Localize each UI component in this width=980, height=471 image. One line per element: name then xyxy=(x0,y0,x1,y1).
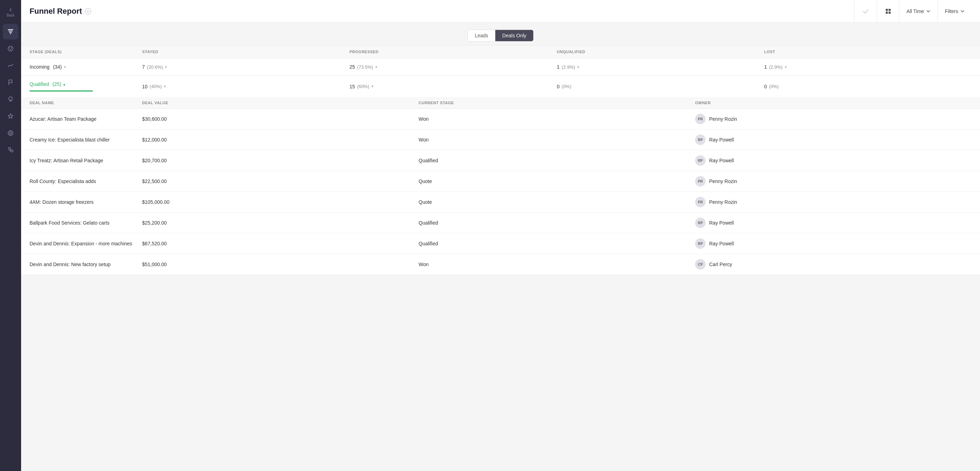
deal-stage-cell: Qualified xyxy=(418,158,695,163)
chevron-down-icon-lost[interactable]: ▾ xyxy=(785,65,787,69)
deal-name-cell: Icy Treatz: Artisan Retail Package xyxy=(30,158,142,163)
svg-point-0 xyxy=(8,46,13,51)
table-row[interactable]: Creamy Ice: Especialista blast chiller $… xyxy=(21,129,980,150)
svg-rect-8 xyxy=(889,9,891,11)
report-table: Stage (Deals) Stayed Progressed Unqualif… xyxy=(21,45,980,275)
chevron-down-icon-stayed[interactable]: ▾ xyxy=(165,65,167,69)
content-area: Leads Deals Only Stage (Deals) Stayed Pr… xyxy=(21,22,980,471)
deal-value-cell: $25,200.00 xyxy=(142,220,418,226)
deal-value-cell: $67,520.00 xyxy=(142,241,418,246)
svg-rect-10 xyxy=(889,12,891,14)
sidebar-item-palette[interactable] xyxy=(3,41,18,56)
deal-stage-cell: Won xyxy=(418,116,695,122)
toggle-bar: Leads Deals Only xyxy=(21,22,980,45)
deal-owner-cell: RP Ray Powell xyxy=(695,238,972,249)
table-row[interactable]: 4AM: Dozen storage freezers $105,000.00 … xyxy=(21,192,980,212)
incoming-stayed: 7 (20.6%) ▾ xyxy=(142,64,350,70)
sidebar-item-phone[interactable] xyxy=(3,142,18,158)
deal-value-cell: $22,500.00 xyxy=(142,179,418,184)
deal-name-cell: Ballpark Food Services: Gelato carts xyxy=(30,220,142,226)
table-row[interactable]: Icy Treatz: Artisan Retail Package $20,7… xyxy=(21,150,980,171)
sidebar-item-funnel[interactable] xyxy=(3,24,18,40)
qualified-unqualified: 0 (0%) xyxy=(557,84,764,89)
lost-header: Lost xyxy=(764,49,972,54)
check-icon[interactable] xyxy=(854,0,877,22)
info-icon[interactable]: i xyxy=(85,8,91,14)
deal-stage-cell: Qualified xyxy=(418,241,695,246)
leads-toggle[interactable]: Leads xyxy=(468,30,495,41)
sidebar: Back xyxy=(0,0,21,471)
deal-stage-cell: Quote xyxy=(418,199,695,205)
title-text: Funnel Report xyxy=(30,7,82,16)
deal-value-cell: $20,700.00 xyxy=(142,158,418,163)
deal-stage-cell: Won xyxy=(418,262,695,267)
deal-stage-cell: Qualified xyxy=(418,220,695,226)
chevron-up-icon-qualified[interactable]: ▴ xyxy=(63,82,65,86)
header-actions: All Time Filters xyxy=(854,0,972,22)
deal-name-cell: Roll County: Especialista adds xyxy=(30,179,142,184)
qualified-lost: 0 (0%) xyxy=(764,84,972,89)
deal-owner-cell: PR Penny Rozin xyxy=(695,176,972,187)
svg-point-6 xyxy=(10,133,11,133)
sidebar-item-star[interactable] xyxy=(3,109,18,124)
incoming-progressed: 25 (73.5%) ▾ xyxy=(350,64,557,70)
avatar: RP xyxy=(695,134,706,145)
table-row[interactable]: Devin and Dennis: New factory setup $51,… xyxy=(21,254,980,275)
incoming-unqualified: 1 (2.9%) ▾ xyxy=(557,64,764,70)
avatar: RP xyxy=(695,155,706,166)
deal-owner-cell: CP Carl Percy xyxy=(695,259,972,270)
sidebar-item-lightbulb[interactable] xyxy=(3,91,18,107)
table-row[interactable]: Azucar: Artisan Team Package $30,600.00 … xyxy=(21,109,980,129)
header: Funnel Report i All Time xyxy=(21,0,980,22)
grid-icon[interactable] xyxy=(877,0,899,22)
table-row[interactable]: Roll County: Especialista adds $22,500.0… xyxy=(21,171,980,192)
stage-row-incoming[interactable]: Incoming (34) ▾ 7 (20.6%) ▾ 25 (73.5%) ▾ xyxy=(21,58,980,76)
owner-header: Owner xyxy=(695,101,972,105)
incoming-lost: 1 (2.9%) ▾ xyxy=(764,64,972,70)
table-header-row: Stage (Deals) Stayed Progressed Unqualif… xyxy=(21,45,980,58)
unqualified-header: Unqualified xyxy=(557,49,764,54)
deal-owner-cell: RP Ray Powell xyxy=(695,217,972,228)
chevron-down-icon-progressed[interactable]: ▾ xyxy=(375,65,377,69)
deal-value-cell: $105,000.00 xyxy=(142,199,418,205)
avatar: PR xyxy=(695,114,706,124)
sidebar-item-target[interactable] xyxy=(3,125,18,141)
deal-stage-cell: Won xyxy=(418,137,695,142)
deal-name-cell: Azucar: Artisan Team Package xyxy=(30,116,142,122)
chevron-down-icon-incoming[interactable]: ▾ xyxy=(64,65,66,69)
svg-point-3 xyxy=(10,49,11,50)
deal-name-cell: Creamy Ice: Especialista blast chiller xyxy=(30,137,142,142)
table-row[interactable]: Devin and Dennis: Expansion - more machi… xyxy=(21,233,980,254)
back-button[interactable]: Back xyxy=(3,4,18,20)
avatar: PR xyxy=(695,197,706,208)
avatar: PR xyxy=(695,176,706,187)
deal-value-header: Deal Value xyxy=(142,101,418,105)
chevron-down-icon-q-progressed[interactable]: ▾ xyxy=(371,84,374,89)
deal-rows-container: Azucar: Artisan Team Package $30,600.00 … xyxy=(21,109,980,275)
deal-owner-cell: PR Penny Rozin xyxy=(695,114,972,124)
main-content: Funnel Report i All Time xyxy=(21,0,980,471)
stayed-header: Stayed xyxy=(142,49,350,54)
deal-value-cell: $51,000.00 xyxy=(142,262,418,267)
chevron-down-icon-q-stayed[interactable]: ▾ xyxy=(164,84,166,89)
deals-only-toggle[interactable]: Deals Only xyxy=(495,30,533,41)
chevron-down-icon-filters xyxy=(960,9,964,13)
stage-row-qualified[interactable]: Qualified (25) ▴ 10 (40%) ▾ 15 (60%) ▾ xyxy=(21,76,980,97)
time-filter[interactable]: All Time xyxy=(899,0,937,22)
deal-name-header: Deal Name xyxy=(30,101,142,105)
svg-rect-7 xyxy=(886,9,888,11)
filters-button[interactable]: Filters xyxy=(937,0,972,22)
time-label: All Time xyxy=(907,8,924,14)
avatar: RP xyxy=(695,238,706,249)
chevron-down-icon-unqualified[interactable]: ▾ xyxy=(577,65,579,69)
deal-value-cell: $30,600.00 xyxy=(142,116,418,122)
sidebar-item-flag[interactable] xyxy=(3,75,18,90)
sidebar-item-analytics[interactable] xyxy=(3,58,18,73)
stage-name-incoming: Incoming (34) ▾ xyxy=(30,64,142,70)
deal-owner-cell: RP Ray Powell xyxy=(695,134,972,145)
deal-stage-cell: Quote xyxy=(418,179,695,184)
table-row[interactable]: Ballpark Food Services: Gelato carts $25… xyxy=(21,212,980,233)
page-title: Funnel Report i xyxy=(30,7,854,16)
deal-owner-cell: PR Penny Rozin xyxy=(695,197,972,208)
svg-rect-9 xyxy=(886,12,888,14)
